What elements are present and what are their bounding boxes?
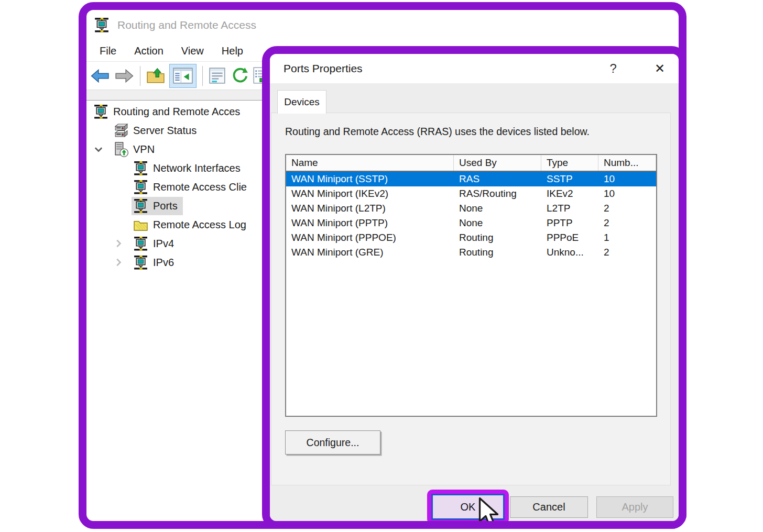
menu-view[interactable]: View: [172, 45, 213, 57]
cancel-button[interactable]: Cancel: [510, 496, 588, 518]
forward-icon[interactable]: [114, 68, 134, 84]
cell-used-by: None: [454, 201, 541, 216]
chevron-right-icon[interactable]: [113, 257, 132, 268]
computer-icon: [133, 198, 148, 214]
dialog-body: Devices Routing and Remote Access (RRAS)…: [270, 83, 679, 521]
devices-list: Name Used By Type Numb... WAN Miniport (…: [285, 154, 657, 417]
cell-name: WAN Miniport (IKEv2): [286, 186, 454, 201]
device-row[interactable]: WAN Miniport (IKEv2)RAS/RoutingIKEv210: [286, 186, 656, 201]
cell-number: 10: [598, 172, 656, 186]
tree-item-label: Network Interfaces: [153, 162, 241, 174]
properties-icon[interactable]: [209, 67, 226, 85]
dialog-titlebar: Ports Properties ? ✕: [270, 54, 679, 83]
cell-used-by: Routing: [454, 245, 541, 260]
toolbar-separator: [140, 66, 140, 86]
cell-number: 2: [598, 201, 656, 216]
cell-used-by: None: [454, 216, 541, 230]
devices-list-header: Name Used By Type Numb...: [286, 155, 656, 172]
device-row[interactable]: WAN Miniport (PPTP)NonePPTP2: [286, 216, 656, 230]
menu-help[interactable]: Help: [213, 45, 252, 57]
tab-devices[interactable]: Devices: [277, 90, 326, 114]
mmc-titlebar: Routing and Remote Access: [86, 10, 679, 40]
tree-item-label: Server Status: [133, 125, 197, 137]
computer-icon: [133, 161, 148, 176]
tree-item-label: IPv4: [153, 238, 174, 250]
menu-action[interactable]: Action: [125, 45, 172, 57]
configure-button[interactable]: Configure...: [285, 430, 380, 455]
computer-icon: [93, 104, 108, 119]
column-header-name[interactable]: Name: [286, 155, 454, 171]
cell-name: WAN Miniport (PPTP): [286, 216, 454, 230]
device-row[interactable]: WAN Miniport (GRE)RoutingUnkno...2: [286, 245, 656, 260]
up-one-level-icon[interactable]: [146, 68, 165, 84]
cell-number: 1: [598, 230, 656, 245]
folder-icon: [133, 217, 148, 232]
tree-item-content[interactable]: Ports: [132, 197, 183, 215]
tree-item-content[interactable]: Remote Access Log: [132, 216, 252, 234]
ports-properties-dialog-annotation-border: Ports Properties ? ✕ Devices Routing and…: [262, 46, 686, 529]
tree-item-label: Routing and Remote Acces: [113, 106, 240, 118]
cursor-icon: [477, 497, 500, 521]
window-title: Routing and Remote Access: [117, 19, 256, 31]
cell-name: WAN Miniport (SSTP): [286, 172, 454, 186]
apply-button[interactable]: Apply: [596, 496, 673, 518]
tree-item-label: VPN: [133, 143, 155, 156]
devices-list-rows: WAN Miniport (SSTP)RASSSTP10WAN Miniport…: [286, 172, 656, 260]
show-hide-console-tree-icon[interactable]: [169, 64, 197, 88]
column-header-number[interactable]: Numb...: [598, 155, 656, 171]
column-header-type[interactable]: Type: [541, 155, 598, 171]
cell-type: SSTP: [541, 172, 598, 186]
cell-used-by: RAS: [454, 172, 541, 186]
tree-item-content[interactable]: Remote Access Clie: [132, 178, 252, 196]
cell-name: WAN Miniport (L2TP): [286, 201, 454, 216]
devices-tab-page: Routing and Remote Access (RRAS) uses th…: [271, 113, 671, 485]
chevron-right-icon[interactable]: [113, 238, 132, 249]
cell-number: 2: [598, 216, 656, 230]
device-row[interactable]: WAN Miniport (L2TP)NoneL2TP2: [286, 201, 656, 216]
cell-name: WAN Miniport (PPPOE): [286, 230, 454, 245]
instruction-text: Routing and Remote Access (RRAS) uses th…: [285, 126, 590, 138]
tree-item-content[interactable]: IPv6: [132, 253, 179, 272]
menu-file[interactable]: File: [91, 45, 125, 57]
tree-item-content[interactable]: Routing and Remote Acces: [92, 103, 245, 121]
device-row[interactable]: WAN Miniport (SSTP)RASSSTP10: [286, 172, 656, 186]
cell-number: 10: [598, 186, 656, 201]
column-header-used-by[interactable]: Used By: [454, 155, 541, 171]
tree-item-content[interactable]: Network Interfaces: [132, 159, 246, 178]
computer-icon: [133, 180, 148, 195]
cell-used-by: RAS/Routing: [454, 186, 541, 201]
close-icon[interactable]: ✕: [655, 61, 665, 76]
cell-used-by: Routing: [454, 230, 541, 245]
dialog-title: Ports Properties: [284, 62, 610, 75]
help-icon[interactable]: ?: [610, 61, 617, 76]
tree-item-label: Ports: [153, 200, 178, 212]
cell-number: 2: [598, 245, 656, 260]
computer-icon: [133, 255, 148, 270]
cell-type: PPTP: [541, 216, 598, 230]
tree-item-label: Remote Access Log: [153, 219, 246, 231]
cell-type: PPPoE: [541, 230, 598, 245]
toolbar-separator: [202, 66, 203, 86]
cell-type: Unkno...: [541, 245, 598, 260]
tree-item-content[interactable]: IPv4: [132, 235, 179, 253]
tree-item-content[interactable]: VPN: [112, 140, 160, 159]
computer-icon: [133, 236, 148, 251]
refresh-icon[interactable]: [231, 67, 248, 85]
tree-item-content[interactable]: Server Status: [112, 121, 202, 140]
cell-type: L2TP: [541, 201, 598, 216]
rras-app-icon: [94, 17, 110, 34]
screenshot-canvas: Routing and Remote Access File Action Vi…: [0, 0, 763, 532]
ports-properties-dialog: Ports Properties ? ✕ Devices Routing and…: [270, 54, 679, 521]
server-icon: [113, 123, 128, 138]
cell-name: WAN Miniport (GRE): [286, 245, 454, 260]
device-row[interactable]: WAN Miniport (PPPOE)RoutingPPPoE1: [286, 230, 656, 245]
vpn-icon: [113, 142, 128, 157]
tree-item-label: Remote Access Clie: [153, 181, 247, 193]
back-icon[interactable]: [90, 68, 110, 84]
tree-item-label: IPv6: [153, 257, 174, 269]
chevron-down-icon[interactable]: [93, 143, 112, 155]
cell-type: IKEv2: [541, 186, 598, 201]
